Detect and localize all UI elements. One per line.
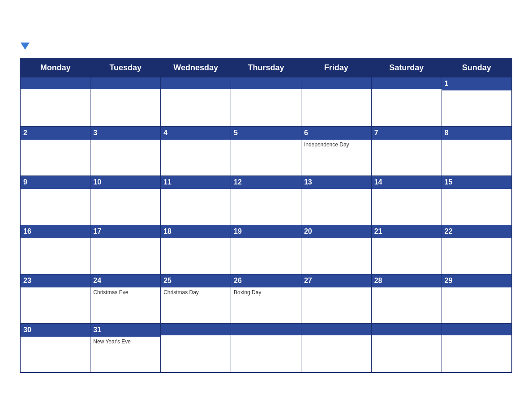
table-row: [161, 77, 231, 126]
table-row: [231, 77, 301, 126]
day-header-friday: Friday: [301, 58, 371, 77]
table-row[interactable]: 8: [442, 126, 512, 176]
day-number: 25: [161, 274, 231, 287]
table-row[interactable]: 3: [90, 126, 161, 176]
table-row[interactable]: 24Christmas Eve: [90, 274, 161, 323]
day-cell: 4: [161, 127, 231, 176]
table-row[interactable]: 12: [231, 176, 301, 225]
day-number: 7: [372, 127, 442, 140]
table-row: [161, 323, 231, 372]
day-number: 18: [161, 225, 231, 238]
table-row[interactable]: 16: [20, 225, 90, 274]
table-row[interactable]: 1: [442, 77, 512, 126]
table-row[interactable]: 21: [371, 225, 442, 274]
table-row[interactable]: 5: [231, 126, 301, 176]
table-row[interactable]: 28: [371, 274, 442, 323]
day-event: New Year's Eve: [90, 337, 160, 347]
day-number: 26: [231, 274, 301, 287]
table-row[interactable]: 4: [161, 126, 231, 176]
day-number: 3: [90, 127, 160, 140]
week-row-6: 3031New Year's Eve: [20, 323, 512, 372]
day-number: 13: [301, 176, 371, 189]
day-cell: [161, 77, 231, 126]
week-row-3: 9101112131415: [20, 176, 512, 225]
day-cell: 1: [442, 77, 511, 126]
day-cell: 15: [442, 176, 511, 225]
day-header-monday: Monday: [20, 58, 90, 77]
day-event: Christmas Day: [161, 287, 231, 297]
day-number: [442, 324, 511, 335]
table-row[interactable]: 15: [442, 176, 512, 225]
day-number: 6: [301, 127, 371, 140]
day-cell: [231, 77, 301, 126]
day-number: 2: [21, 127, 90, 140]
table-row[interactable]: 30: [20, 323, 90, 372]
day-number: 17: [90, 225, 160, 238]
table-row[interactable]: 9: [20, 176, 90, 225]
day-cell: 16: [21, 225, 90, 274]
day-number: 10: [90, 176, 160, 189]
logo: [20, 43, 30, 51]
table-row[interactable]: 25Christmas Day: [161, 274, 231, 323]
day-cell: 9: [21, 176, 90, 225]
day-cell: [372, 324, 442, 372]
table-row[interactable]: 11: [161, 176, 231, 225]
table-row[interactable]: 31New Year's Eve: [90, 323, 161, 372]
table-row[interactable]: 19: [231, 225, 301, 274]
day-event: Boxing Day: [231, 287, 301, 297]
day-cell: [301, 77, 371, 126]
day-number: 5: [231, 127, 301, 140]
day-cell: 25Christmas Day: [161, 274, 231, 323]
day-number: 24: [90, 274, 160, 287]
day-cell: 23: [21, 274, 90, 323]
day-header-wednesday: Wednesday: [161, 58, 231, 77]
day-cell: 24Christmas Eve: [90, 274, 160, 323]
day-cell: 3: [90, 127, 160, 176]
table-row: [231, 323, 301, 372]
day-cell: [231, 324, 301, 372]
day-event: Independence Day: [301, 140, 371, 150]
day-number: 28: [372, 274, 442, 287]
day-cell: 20: [301, 225, 371, 274]
day-cell: 26Boxing Day: [231, 274, 301, 323]
day-cell: 11: [161, 176, 231, 225]
table-row[interactable]: 29: [442, 274, 512, 323]
day-cell: 6Independence Day: [301, 127, 371, 176]
day-headers-row: MondayTuesdayWednesdayThursdayFridaySatu…: [20, 58, 512, 77]
table-row[interactable]: 23: [20, 274, 90, 323]
day-cell: [301, 324, 371, 372]
day-event: Christmas Eve: [90, 287, 160, 297]
week-row-2: 23456Independence Day78: [20, 126, 512, 176]
day-cell: 5: [231, 127, 301, 176]
day-cell: 7: [372, 127, 442, 176]
table-row[interactable]: 6Independence Day: [301, 126, 371, 176]
table-row[interactable]: 20: [301, 225, 371, 274]
day-cell: 18: [161, 225, 231, 274]
day-cell: 17: [90, 225, 160, 274]
day-number: 4: [161, 127, 231, 140]
day-cell: 27: [301, 274, 371, 323]
day-cell: 21: [372, 225, 442, 274]
day-number: [90, 77, 160, 89]
day-number: 16: [21, 225, 90, 238]
day-number: 11: [161, 176, 231, 189]
day-number: [161, 77, 231, 89]
day-number: [21, 77, 90, 89]
table-row[interactable]: 7: [371, 126, 442, 176]
week-row-4: 16171819202122: [20, 225, 512, 274]
day-number: 8: [442, 127, 511, 140]
table-row[interactable]: 17: [90, 225, 161, 274]
table-row[interactable]: 2: [20, 126, 90, 176]
table-row[interactable]: 13: [301, 176, 371, 225]
day-cell: [372, 77, 442, 126]
day-header-tuesday: Tuesday: [90, 58, 161, 77]
table-row[interactable]: 14: [371, 176, 442, 225]
table-row[interactable]: 27: [301, 274, 371, 323]
day-cell: [442, 324, 511, 372]
table-row[interactable]: 18: [161, 225, 231, 274]
table-row[interactable]: 26Boxing Day: [231, 274, 301, 323]
table-row: [301, 77, 371, 126]
table-row[interactable]: 10: [90, 176, 161, 225]
table-row[interactable]: 22: [442, 225, 512, 274]
day-cell: 14: [372, 176, 442, 225]
